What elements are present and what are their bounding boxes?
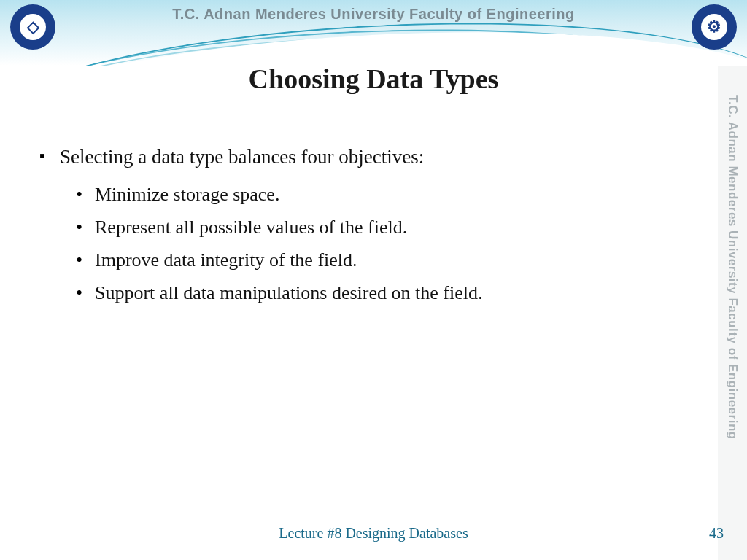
footer-page-number: 43 [709,525,724,542]
sub-bullet-list: Minimize storage space. Represent all po… [95,182,703,306]
header-org-text: T.C. Adnan Menderes University Faculty o… [0,6,747,23]
university-logo-left: ◇ [10,4,55,50]
footer-lecture-title: Lecture #8 Designing Databases [0,525,747,542]
main-bullet: Selecting a data type balances four obje… [60,146,703,168]
header-banner: T.C. Adnan Menderes University Faculty o… [0,0,747,66]
side-watermark-strip: T.C. Adnan Menderes University Faculty o… [718,66,747,560]
logo-icon: ⚙ [701,14,727,40]
list-item: Support all data manipulations desired o… [95,280,703,306]
slide-content: Selecting a data type balances four obje… [60,146,703,313]
list-item: Minimize storage space. [95,182,703,207]
slide-title: Choosing Data Types [0,63,747,95]
list-item: Improve data integrity of the field. [95,247,703,273]
side-watermark-text: T.C. Adnan Menderes University Faculty o… [725,95,740,440]
list-item: Represent all possible values of the fie… [95,214,703,240]
slide-footer: Lecture #8 Designing Databases 43 [0,525,747,547]
faculty-logo-right: ⚙ [692,4,737,50]
logo-icon: ◇ [20,14,46,40]
